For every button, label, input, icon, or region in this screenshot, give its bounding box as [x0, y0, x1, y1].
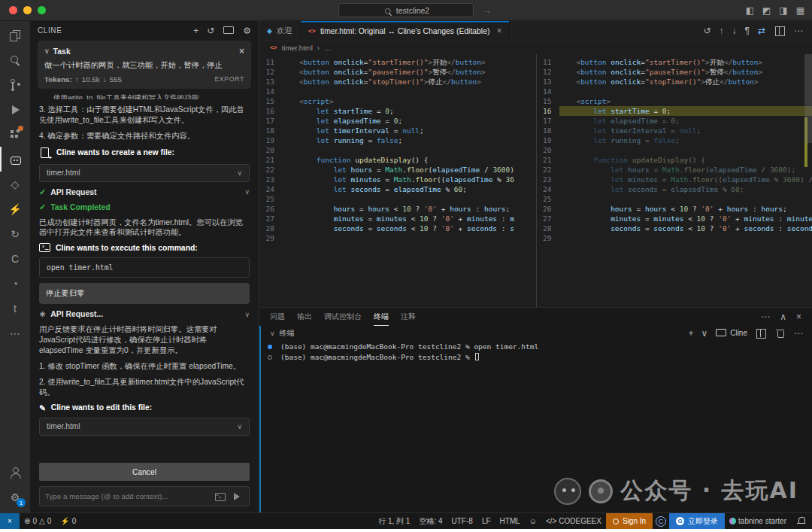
- kill-terminal-icon[interactable]: [774, 327, 786, 339]
- tab-diff[interactable]: <>timer.html: Original ↔ Cline's Changes…: [301, 21, 511, 41]
- command-center-search[interactable]: testcline2: [338, 3, 474, 17]
- breadcrumb-file[interactable]: timer.html: [282, 44, 313, 52]
- close-icon[interactable]: ×: [496, 26, 501, 36]
- split-terminal-icon[interactable]: [755, 327, 767, 339]
- settings-gear-icon[interactable]: ⚙: [243, 26, 251, 35]
- code-line-26[interactable]: 26 hours = hours < 10 ? '0' + hours : ho…: [537, 204, 812, 214]
- code-line-29[interactable]: 29: [537, 233, 812, 243]
- mcp-servers-icon[interactable]: [223, 25, 235, 37]
- code-line-15[interactable]: 15 <script>: [537, 96, 812, 106]
- code-line-12[interactable]: 12 <button onclick="pauseTimer()">暂停</bu…: [537, 67, 812, 77]
- status-ports[interactable]: ⚡0: [56, 513, 80, 529]
- command-decoration-icon[interactable]: [268, 345, 272, 349]
- attach-image-icon[interactable]: [214, 491, 226, 503]
- status-c-extension[interactable]: C: [656, 516, 666, 527]
- code-line-27[interactable]: 27 minutes = minutes < 10 ? '0' + minute…: [259, 214, 536, 223]
- code-line-16[interactable]: 16 let startTime = 0;: [259, 106, 536, 116]
- status-eol[interactable]: LF: [477, 513, 495, 529]
- toggle-whitespace-icon[interactable]: ¶: [744, 26, 749, 35]
- code-line-20[interactable]: 20: [537, 145, 812, 155]
- send-icon[interactable]: [232, 491, 244, 503]
- close-panel-icon[interactable]: ×: [796, 312, 801, 321]
- code-line-23[interactable]: 23 let minutes = Math.floor((elapsedTime…: [259, 175, 536, 184]
- command-box[interactable]: open timer.html: [39, 257, 250, 278]
- new-task-icon[interactable]: +: [193, 26, 198, 35]
- maximize-window-button[interactable]: [38, 6, 46, 14]
- history-icon[interactable]: ↺: [207, 26, 214, 35]
- code-line-17[interactable]: 17 let elapsedTime = 0;: [259, 116, 536, 126]
- command-decoration-icon[interactable]: [268, 355, 272, 360]
- diff-modified-pane[interactable]: 11 <button onclick="startTimer()">开始</bu…: [536, 54, 812, 307]
- status-login[interactable]: G立即登录: [669, 513, 725, 529]
- activity-item-explorer[interactable]: [0, 23, 30, 47]
- code-line-18[interactable]: 18 let timerInterval = null;: [259, 126, 536, 135]
- diff-original-pane[interactable]: 11 <button onclick="startTimer()">开始</bu…: [259, 54, 536, 307]
- code-line-17[interactable]: 17 let elapsedTime = 0;: [537, 116, 812, 126]
- panel-tab-output[interactable]: 输出: [297, 308, 312, 326]
- task-header[interactable]: ∨ Task ×: [44, 46, 244, 56]
- code-line-28[interactable]: 28 seconds = seconds < 10 ? '0' + second…: [259, 223, 536, 233]
- chevron-down-icon[interactable]: ∨: [270, 330, 275, 337]
- message-input[interactable]: [45, 492, 209, 500]
- split-editor-icon[interactable]: [774, 25, 786, 37]
- api-request-2-row[interactable]: ∗ API Request... ∨: [39, 309, 250, 319]
- create-file-path-dropdown[interactable]: timer.html ∨: [39, 164, 250, 182]
- code-line-12[interactable]: 12 <button onclick="pauseTimer()">暂停</bu…: [259, 67, 536, 77]
- code-line-29[interactable]: 29: [259, 233, 536, 243]
- code-line-24[interactable]: 24 let seconds = elapsedTime % 60;: [537, 184, 812, 194]
- code-line-18[interactable]: 18 let timerInterval = null;: [537, 126, 812, 135]
- panel-tab-comments[interactable]: 注释: [401, 308, 416, 326]
- code-line-15[interactable]: 15 <script>: [259, 96, 536, 106]
- code-line-14[interactable]: 14: [537, 87, 812, 96]
- new-terminal-icon[interactable]: +: [688, 329, 693, 338]
- activity-item-extension-codegeex[interactable]: C: [0, 246, 30, 271]
- code-line-11[interactable]: 11 <button onclick="startTimer()">开始</bu…: [537, 57, 812, 67]
- code-line-25[interactable]: 25: [537, 194, 812, 204]
- code-line-23[interactable]: 23 let minutes = Math.floor((elapsedTime…: [537, 175, 812, 184]
- panel-tab-debug-console[interactable]: 调试控制台: [324, 308, 362, 326]
- code-line-24[interactable]: 24 let seconds = elapsedTime % 60;: [259, 184, 536, 194]
- prev-change-icon[interactable]: ↑: [719, 26, 723, 35]
- code-line-19[interactable]: 19 let running = false;: [259, 135, 536, 145]
- code-line-27[interactable]: 27 minutes = minutes < 10 ? '0' + minute…: [537, 214, 812, 223]
- toggle-panel-icon[interactable]: ◩: [762, 6, 771, 15]
- code-line-13[interactable]: 13 <button onclick="stopTimer()">停止</but…: [259, 77, 536, 87]
- activity-item-search[interactable]: [0, 47, 30, 72]
- remote-indicator[interactable]: ×: [0, 513, 20, 529]
- status-feedback[interactable]: ☺: [525, 513, 541, 529]
- edit-file-path-dropdown[interactable]: timer.html ∨: [39, 418, 250, 436]
- next-change-icon[interactable]: ↓: [732, 26, 736, 35]
- launch-profile-icon[interactable]: ∨: [701, 329, 707, 338]
- status-notifications[interactable]: [791, 513, 812, 529]
- toggle-sidebar-icon[interactable]: ◧: [746, 6, 754, 15]
- code-line-26[interactable]: 26 hours = hours < 10 ? '0' + hours : ho…: [259, 204, 536, 214]
- editor-scrollbar-thumb[interactable]: [804, 54, 812, 143]
- status-codegeex-signin[interactable]: Sign In: [606, 513, 653, 529]
- activity-item-accounts[interactable]: [0, 460, 30, 485]
- code-line-16[interactable]: 16 let startTime = 0;: [537, 106, 812, 116]
- status-encoding[interactable]: UTF-8: [447, 513, 477, 529]
- cancel-button[interactable]: Cancel: [39, 463, 250, 481]
- status-tabnine[interactable]: tabnine starter: [725, 513, 791, 529]
- panel-tab-terminal[interactable]: 终端: [374, 308, 389, 326]
- forward-icon[interactable]: →: [482, 5, 492, 16]
- export-button[interactable]: EXPORT: [214, 75, 244, 83]
- activity-item-source-control[interactable]: [0, 72, 30, 97]
- activity-item-cline[interactable]: [0, 147, 30, 172]
- code-line-19[interactable]: 19 let running = false;: [537, 135, 812, 145]
- code-line-28[interactable]: 28 seconds = seconds < 10 ? '0' + second…: [537, 223, 812, 233]
- code-line-21[interactable]: 21 function updateDisplay() {: [537, 155, 812, 165]
- activity-item-run-debug[interactable]: [0, 97, 30, 122]
- activity-item-extension-rest[interactable]: ⚡: [0, 196, 30, 221]
- toggle-secondary-sidebar-icon[interactable]: ◨: [779, 6, 787, 15]
- status-cursor-position[interactable]: 行 1, 列 1: [374, 513, 414, 529]
- status-language-mode[interactable]: HTML: [495, 513, 525, 529]
- panel-more-icon[interactable]: ⋯: [761, 312, 770, 321]
- chat-input-box[interactable]: [39, 486, 250, 506]
- status-problems[interactable]: ⊗0△0: [20, 513, 56, 529]
- breadcrumb-more[interactable]: …: [324, 44, 332, 52]
- activity-item-extensions[interactable]: [0, 122, 30, 147]
- close-window-button[interactable]: [9, 6, 17, 14]
- tab-welcome[interactable]: ◆欢迎: [259, 21, 301, 41]
- activity-item-more-views[interactable]: ⋯: [0, 321, 30, 345]
